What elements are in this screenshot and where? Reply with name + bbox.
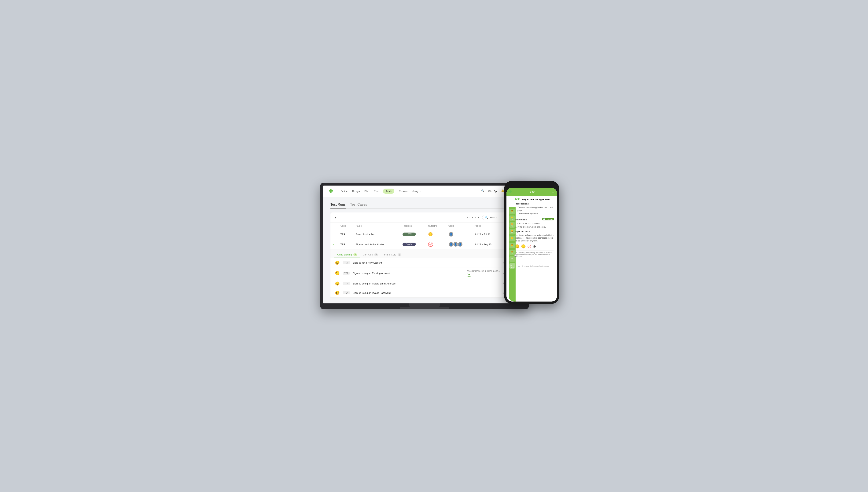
tr2-outcome: ☹: [428, 242, 433, 247]
phone-outcome-sad-button[interactable]: ☹: [527, 244, 531, 249]
nav-resolve[interactable]: Resolve: [399, 189, 408, 193]
phone-back-button[interactable]: ‹ Back: [529, 191, 535, 193]
phone-menu-icon[interactable]: ☰: [552, 190, 554, 194]
phone-tc-3[interactable]: 😊 TC3: [510, 222, 515, 228]
phone-tc-title: Logout from the Application: [522, 198, 550, 200]
phone-sidebar: 😊 TC1 🙂 TC2 😊 TC3: [509, 207, 516, 301]
tr2-period: Jul 28 – Aug 10: [471, 239, 502, 249]
monitor-stand: [409, 303, 440, 307]
tr1-users: 👤: [448, 231, 468, 237]
upload-icon: ☁: [517, 264, 520, 268]
user-avatar: 👤: [458, 242, 463, 247]
top-nav: ✚ Define Design Plan Run Track Resolve A…: [323, 186, 526, 197]
expand-icon[interactable]: ›: [333, 233, 334, 236]
tr2-code: TR2: [341, 243, 345, 246]
phone-header: ✚ ‹ Back ☰: [507, 188, 557, 196]
tab-test-cases[interactable]: Test Cases: [350, 203, 367, 208]
user-tab-frank[interactable]: Frank Cole 3: [381, 252, 404, 258]
tab-test-runs[interactable]: Test Runs: [330, 203, 346, 208]
tc-code: TC4: [343, 291, 350, 294]
pagination-info: 1 - 13 of 13: [467, 216, 479, 219]
filter-icon[interactable]: ▼: [334, 216, 337, 219]
phone-precondition-1: You must be on the application dashboard…: [517, 206, 554, 212]
tc-outcome-icon: 🙂: [335, 271, 340, 275]
phone-instructions-list: Click on the Account menu. In the dropdo…: [515, 222, 554, 229]
tc-add-button[interactable]: +: [467, 273, 471, 276]
sidebar-scroll-indicator: 💬: [514, 254, 517, 257]
tc-row: 😊 TC4 Sign-up using an Invalid Password …: [330, 288, 519, 298]
col-outcome: Outcome: [425, 223, 445, 229]
monitor-base: [400, 307, 449, 309]
context-label: Web App: [488, 190, 498, 193]
monitor: ✚ Define Design Plan Run Track Resolve A…: [320, 183, 529, 309]
tc-outcome-icon: 😊: [335, 281, 340, 286]
tc-code: TC1: [343, 261, 350, 264]
tc-name: Sign-up using an Invalid Email Address: [353, 282, 500, 285]
col-users: Users: [445, 223, 471, 229]
phone-outcome-neutral-button[interactable]: 🙂: [521, 244, 526, 249]
search-icon[interactable]: 🔍: [481, 189, 485, 193]
data-table: Code Name Progress Outcome Users Period …: [330, 223, 519, 298]
phone-notes-textarea[interactable]: [515, 250, 554, 260]
phone-tc-6[interactable]: 😊 TC6: [510, 243, 515, 248]
phone-upload-area[interactable]: ☁ Drop your file here or click to upload: [515, 262, 554, 270]
logo-icon: ✚: [329, 188, 333, 194]
user-avatar: 👤: [448, 231, 454, 237]
tc-name: Sign-up using an Invalid Password: [353, 292, 500, 294]
phone-step-1: Click on the Account menu.: [517, 222, 554, 225]
tc-row: 😊 TC1 Sign-up for a New Account 7 days a…: [330, 258, 519, 267]
tr1-period: Jul 28 – Jul 31: [471, 229, 502, 239]
tc-row: 🙂 TC2 Sign-up using an Existing Account …: [330, 267, 519, 279]
tc-name: Sign-up using an Existing Account: [353, 272, 464, 275]
phone-instructions-title: Instructions: [515, 219, 527, 221]
tr2-users: 👤 👤 👤: [448, 242, 468, 247]
table-row: › TR2 Sign-up and Authentication 70.4% ☹: [330, 239, 519, 249]
phone-logo: ✚: [509, 190, 512, 194]
table-row: › TR1 Basic Smoke Test 100% 😊: [330, 229, 519, 239]
col-name: Name: [353, 223, 400, 229]
tr1-outcome: 😊: [428, 232, 433, 236]
phone-tc-8[interactable]: ✏ TC8: [510, 256, 515, 262]
phone-outcome-row: 😊 🙂 ☹ ⊙: [515, 244, 554, 249]
tc-note-section: Word misspelled in error mess... +: [467, 270, 500, 276]
phone-preconditions-list: You must be on the application dashboard…: [515, 206, 554, 215]
phone-time-badge: 🕐 1 minutes: [542, 218, 554, 220]
expanded-section: Chris Balding 7 Jan Klos 9 F: [330, 249, 519, 298]
col-code: Code: [337, 223, 353, 229]
nav-analyze[interactable]: Analyze: [413, 189, 421, 193]
tc-note: Word misspelled in error mess...: [467, 270, 500, 272]
nav-run[interactable]: Run: [374, 189, 378, 193]
phone-tc-2[interactable]: 🙂 TC2: [510, 216, 515, 221]
tc-outcome-icon: 😊: [335, 291, 340, 295]
main-content: Test Runs Test Cases ▼ 1 - 13 of 13 🔍: [323, 197, 526, 303]
tr2-name: Sign-up and Authentication: [353, 239, 400, 249]
phone-tc-7[interactable]: 😊 TC7: [510, 250, 515, 255]
phone-tc-5[interactable]: 😊 TC5: [510, 236, 515, 241]
tc-code: TC3: [343, 282, 350, 285]
user-tab-jan[interactable]: Jan Klos 9: [360, 252, 381, 258]
phone-screen: ✚ ‹ Back ☰ 😊 TC1 🙂 TC: [507, 188, 557, 301]
nav-define[interactable]: Define: [341, 189, 348, 193]
user-tabs: Chris Balding 7 Jan Klos 9 F: [330, 249, 519, 258]
nav-plan[interactable]: Plan: [365, 189, 369, 193]
tc-outcome-icon: 😊: [335, 261, 340, 265]
nav-design[interactable]: Design: [352, 189, 360, 193]
phone-tc-4[interactable]: 😊 TC4: [510, 229, 515, 235]
phone-expected-title: Expected result: [515, 230, 554, 232]
scene: ✚ Define Design Plan Run Track Resolve A…: [320, 183, 548, 309]
nav-track[interactable]: Track: [383, 189, 394, 194]
user-tab-chris[interactable]: Chris Balding 7: [334, 252, 360, 258]
phone-tc-1[interactable]: 😊 TC1: [510, 209, 515, 214]
monitor-screen: ✚ Define Design Plan Run Track Resolve A…: [323, 186, 526, 303]
phone-outcome-dark-button[interactable]: ⊙: [533, 244, 536, 249]
tr1-name: Basic Smoke Test: [353, 229, 400, 239]
expand-icon[interactable]: ›: [332, 244, 335, 245]
phone-step-2: In the dropdown, Click on Logout.: [517, 225, 554, 229]
page-tabs: Test Runs Test Cases: [330, 203, 519, 209]
col-period: Period: [471, 223, 502, 229]
phone-tc-11[interactable]: ✏ TC11: [510, 263, 515, 269]
tc-code: TC2: [343, 272, 350, 275]
phone-precondition-2: You should be logged in: [517, 212, 554, 215]
tr2-progress: 70.4%: [402, 243, 416, 246]
table-header-row: Code Name Progress Outcome Users Period …: [330, 223, 519, 229]
